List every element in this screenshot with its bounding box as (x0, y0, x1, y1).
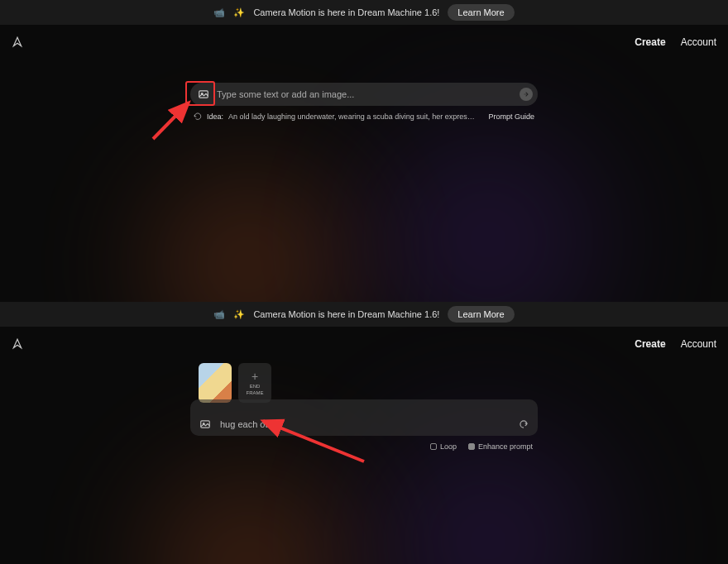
bottom-nav: Create Account (635, 338, 716, 350)
nav-create[interactable]: Create (635, 338, 665, 350)
add-end-frame-button[interactable]: + END FRAME (238, 363, 271, 403)
nav-account[interactable]: Account (681, 338, 716, 350)
submit-button[interactable] (520, 88, 533, 101)
prompt-area: Idea: An old lady laughing underwater, w… (190, 83, 538, 121)
idea-row: Idea: An old lady laughing underwater, w… (190, 112, 538, 121)
announcement-banner: 📹 ✨ Camera Motion is here in Dream Machi… (0, 0, 728, 25)
luma-logo-icon[interactable] (12, 338, 23, 350)
prompt-input[interactable] (220, 419, 510, 429)
options-row: Loop Enhance prompt (190, 442, 538, 451)
checkbox-icon (468, 443, 475, 450)
loop-label: Loop (440, 442, 457, 451)
camera-emoji-icon: 📹 (213, 7, 225, 18)
top-nav: Create Account (635, 36, 716, 48)
end-frame-label-2: FRAME (247, 390, 264, 395)
prompt-guide-link[interactable]: Prompt Guide (488, 112, 534, 121)
learn-more-button[interactable]: Learn More (448, 4, 514, 21)
enhance-prompt-checkbox[interactable]: Enhance prompt (468, 442, 533, 451)
camera-emoji-icon: 📹 (213, 309, 225, 320)
prompt-area: + END FRAME Loop Enha (190, 363, 538, 451)
enhance-label: Enhance prompt (478, 442, 533, 451)
sparkle-emoji-icon: ✨ (233, 7, 245, 18)
prompt-input[interactable] (217, 89, 513, 99)
checkbox-icon (430, 443, 437, 450)
announcement-banner: 📹 ✨ Camera Motion is here in Dream Machi… (0, 302, 728, 327)
banner-text: Camera Motion is here in Dream Machine 1… (253, 309, 439, 319)
loop-checkbox[interactable]: Loop (430, 442, 457, 451)
nav-account[interactable]: Account (681, 36, 716, 48)
idea-text[interactable]: An old lady laughing underwater, wearing… (228, 112, 477, 121)
prompt-bar (190, 399, 538, 436)
luma-logo-icon[interactable] (12, 36, 23, 48)
end-frame-label-1: END (250, 384, 261, 389)
learn-more-button[interactable]: Learn More (448, 306, 514, 323)
panel-bottom: 📹 ✨ Camera Motion is here in Dream Machi… (0, 302, 728, 564)
panel-top: 📹 ✨ Camera Motion is here in Dream Machi… (0, 0, 728, 302)
bottom-header: Create Account (0, 327, 728, 361)
plus-icon: + (251, 370, 258, 382)
start-frame-thumbnail[interactable] (199, 363, 232, 403)
add-image-icon[interactable] (197, 88, 210, 101)
frames-row: + END FRAME (190, 363, 538, 403)
prompt-bar (190, 83, 538, 106)
sparkle-emoji-icon: ✨ (233, 309, 245, 320)
add-image-icon[interactable] (199, 418, 212, 431)
refresh-icon[interactable] (194, 112, 202, 121)
idea-label: Idea: (207, 112, 223, 121)
nav-create[interactable]: Create (635, 36, 665, 48)
top-header: Create Account (0, 25, 728, 60)
submit-button[interactable] (518, 418, 529, 430)
banner-text: Camera Motion is here in Dream Machine 1… (253, 7, 439, 17)
svg-line-2 (153, 103, 189, 139)
